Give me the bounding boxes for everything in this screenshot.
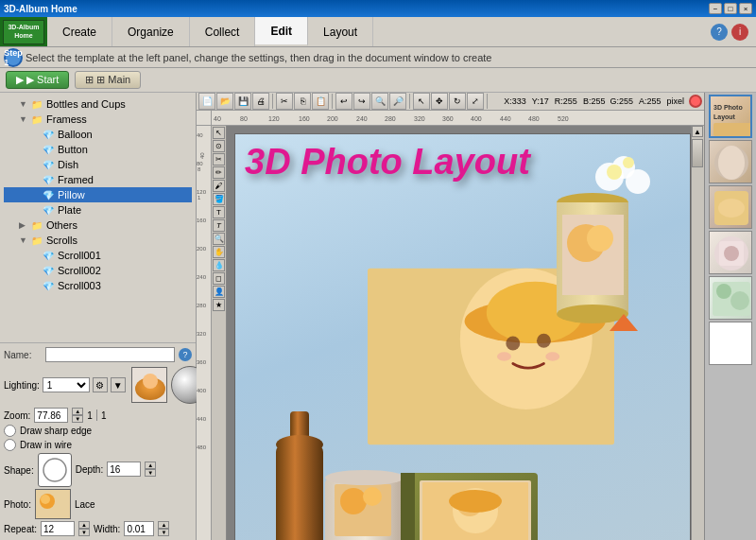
undo-btn[interactable]: ↩ xyxy=(335,93,352,110)
canvas-document[interactable]: 3D Photo Layout xyxy=(227,126,704,540)
close-canvas-btn[interactable] xyxy=(689,95,702,108)
name-input[interactable] xyxy=(45,347,175,362)
rotate-btn[interactable]: ↻ xyxy=(449,93,466,110)
cut-btn[interactable]: ✂ xyxy=(276,93,293,110)
redo-btn[interactable]: ↪ xyxy=(353,93,370,110)
zoom-up-btn[interactable]: ▲ xyxy=(72,408,83,415)
depth-down-btn[interactable]: ▼ xyxy=(145,469,156,477)
expand-icon xyxy=(30,205,40,215)
lighting-extra-btn[interactable]: ▼ xyxy=(111,377,126,392)
tool-text-italic[interactable]: T xyxy=(213,219,225,232)
move-btn[interactable]: ✥ xyxy=(431,93,448,110)
copy-btn[interactable]: ⎘ xyxy=(294,93,311,110)
svg-point-70 xyxy=(545,352,559,360)
width-input[interactable]: 0.01 xyxy=(124,521,154,536)
tree-item-balloon[interactable]: 💎 Balloon xyxy=(4,127,192,142)
draw-sharp-radio[interactable] xyxy=(4,425,16,437)
tool-shape[interactable]: ◻ xyxy=(213,272,225,285)
open-btn[interactable]: 📂 xyxy=(216,93,233,110)
help-icon[interactable]: ? xyxy=(179,348,192,361)
repeat-up-btn[interactable]: ▲ xyxy=(78,521,90,529)
tool-pencil[interactable]: ✏ xyxy=(213,166,225,179)
main-button[interactable]: ⊞ ⊞ Main xyxy=(75,71,141,89)
tool-person[interactable]: 👤 xyxy=(213,286,225,298)
right-thumb-4[interactable] xyxy=(709,231,752,274)
repeat-down-btn[interactable]: ▼ xyxy=(78,529,90,536)
right-thumb-1[interactable]: 3D Photo Layout xyxy=(709,95,752,138)
menu-layout[interactable]: Layout xyxy=(308,17,373,46)
tool-zoom[interactable]: 🔍 xyxy=(213,233,225,245)
tree-item-pillow[interactable]: 💎 Pillow xyxy=(4,187,192,202)
svg-point-61 xyxy=(587,225,613,252)
help-circle-icon[interactable]: ? xyxy=(711,24,728,41)
maximize-button[interactable]: □ xyxy=(724,3,737,14)
tool-brush[interactable]: 🖌 xyxy=(213,180,225,192)
width-down-btn[interactable]: ▼ xyxy=(158,529,169,536)
draw-wire-radio[interactable] xyxy=(4,439,16,451)
tool-arrow[interactable]: ↖ xyxy=(213,127,225,139)
tool-hand[interactable]: ✋ xyxy=(213,246,225,258)
tree-label: Others xyxy=(46,219,77,231)
lighting-option-btn[interactable]: ⚙ xyxy=(93,377,108,392)
scroll-thumb-v[interactable] xyxy=(692,139,703,167)
svg-text:480: 480 xyxy=(528,115,540,122)
save-btn[interactable]: 💾 xyxy=(234,93,251,110)
right-thumb-3[interactable] xyxy=(709,185,752,229)
menu-create[interactable]: Create xyxy=(47,17,112,46)
zoom-in-btn[interactable]: 🔍 xyxy=(371,93,388,110)
tool-star[interactable]: ★ xyxy=(213,299,225,311)
tree-item-button[interactable]: 💎 Button xyxy=(4,142,192,157)
right-thumb-2[interactable] xyxy=(709,140,752,183)
tree-item-plate[interactable]: 💎 Plate xyxy=(4,202,192,218)
new-btn[interactable]: 📄 xyxy=(198,93,215,110)
svg-text:520: 520 xyxy=(558,115,569,122)
width-up-btn[interactable]: ▲ xyxy=(158,521,169,529)
tool-lasso[interactable]: ⊙ xyxy=(213,140,225,152)
menu-bar: 3D-AlbumHome Create Organize Collect Edi… xyxy=(0,17,756,47)
svg-point-38 xyxy=(607,165,622,180)
select-btn[interactable]: ↖ xyxy=(413,93,430,110)
start-button[interactable]: ▶ ▶ Start xyxy=(6,71,69,89)
minimize-button[interactable]: − xyxy=(709,3,722,14)
depth-input[interactable]: 16 xyxy=(107,462,141,477)
canvas-body: 40 8 1 40 80 120 160 200 240 280 320 360… xyxy=(197,126,704,540)
tree-item-scroll003[interactable]: 💎 Scroll003 xyxy=(4,278,192,293)
scroll-up-btn[interactable]: ▲ xyxy=(692,126,703,137)
paste-btn[interactable]: 📋 xyxy=(312,93,329,110)
photo-preview-box xyxy=(131,367,167,403)
menu-edit[interactable]: Edit xyxy=(255,17,308,46)
tree-item-framed[interactable]: 💎 Framed xyxy=(4,172,192,187)
tree-item-dish[interactable]: 💎 Dish xyxy=(4,157,192,172)
zoom-down-btn[interactable]: ▼ xyxy=(72,415,83,423)
print-btn[interactable]: 🖨 xyxy=(252,93,269,110)
menu-collect[interactable]: Collect xyxy=(190,17,256,46)
step-badge: Step 1 xyxy=(4,48,23,67)
tree-item-scrolls[interactable]: ▼ 📁 Scrolls xyxy=(4,233,192,248)
right-thumb-6[interactable] xyxy=(709,322,752,365)
tool-text-t[interactable]: T xyxy=(213,206,225,218)
menu-organize[interactable]: Organize xyxy=(112,17,190,46)
right-thumb-5[interactable] xyxy=(709,276,752,320)
depth-up-btn[interactable]: ▲ xyxy=(145,462,156,469)
zoom-out-btn[interactable]: 🔎 xyxy=(389,93,406,110)
tree-item-framess[interactable]: ▼ 📁 Framess xyxy=(4,112,192,127)
svg-text:280: 280 xyxy=(197,303,207,308)
close-button[interactable]: × xyxy=(739,3,752,14)
info-circle-icon[interactable]: i xyxy=(731,24,748,41)
svg-point-97 xyxy=(716,284,731,299)
tree-item-scroll002[interactable]: 💎 Scroll002 xyxy=(4,263,192,278)
resize-btn[interactable]: ⤢ xyxy=(467,93,484,110)
ruler-horizontal: 40 80 120 160 200 240 280 320 360 400 44… xyxy=(212,111,704,126)
zoom-input[interactable]: 77.86 xyxy=(34,408,68,423)
step-instruction: Select the template at the left panel, c… xyxy=(26,52,491,63)
tree-item-bottles[interactable]: ▼ 📁 Bottles and Cups xyxy=(4,96,192,112)
tool-crop[interactable]: ✂ xyxy=(213,153,225,165)
width-spinners: ▲ ▼ xyxy=(158,521,169,536)
tool-eyedropper[interactable]: 💧 xyxy=(213,259,225,271)
repeat-input[interactable]: 12 xyxy=(41,521,75,536)
tool-paint[interactable]: 🪣 xyxy=(213,193,225,205)
tree-item-scroll001[interactable]: 💎 Scroll001 xyxy=(4,248,192,263)
lighting-select[interactable]: 1 xyxy=(43,377,90,392)
tree-item-others[interactable]: ▶ 📁 Others xyxy=(4,218,192,233)
scrollbar-vertical[interactable]: ▲ ▼ xyxy=(691,126,704,540)
